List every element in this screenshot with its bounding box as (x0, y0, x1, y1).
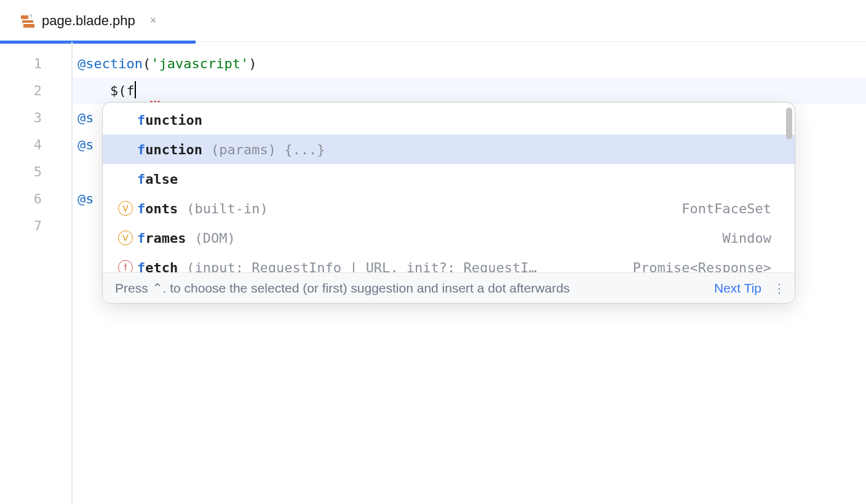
completion-type: Window (723, 230, 782, 246)
gutter: 1 2 3 4 5 6 7 (0, 42, 71, 504)
svg-marker-2 (23, 24, 34, 28)
completion-kind-icon: V (116, 230, 135, 245)
code-line-2[interactable]: $(f (73, 77, 866, 104)
line-number: 4 (0, 132, 71, 159)
autocomplete-item[interactable]: function(params) {...} (103, 135, 795, 164)
line-number: 6 (0, 186, 71, 213)
autocomplete-item[interactable]: Vfonts(built-in)FontFaceSet (103, 194, 795, 223)
autocomplete-item[interactable]: function (103, 105, 795, 135)
code-line-1[interactable]: @section('javascript') (73, 50, 866, 77)
completion-type: Promise<Response> (633, 260, 782, 273)
autocomplete-item[interactable]: Vframes(DOM)Window (103, 223, 795, 253)
close-icon[interactable]: × (148, 13, 159, 28)
line-number: 7 (0, 213, 71, 240)
autocomplete-item[interactable]: ffetch(input: RequestInfo | URL, init?: … (103, 253, 795, 272)
autocomplete-hint: Press ⌃. to choose the selected (or firs… (115, 281, 714, 296)
more-icon[interactable]: ⋮ (773, 281, 785, 296)
completion-kind-icon: f (116, 260, 135, 272)
completion-kind-icon: V (116, 201, 135, 216)
editor-tab[interactable]: page.blade.php × (11, 8, 167, 34)
tab-filename: page.blade.php (42, 13, 135, 29)
scrollbar-thumb[interactable] (786, 108, 792, 140)
svg-marker-0 (21, 15, 28, 19)
completion-type: FontFaceSet (681, 201, 782, 216)
autocomplete-popup: functionfunction(params) {...}falseVfont… (102, 102, 795, 304)
tab-bar: page.blade.php × (0, 0, 866, 42)
autocomplete-item[interactable]: false (103, 164, 795, 194)
svg-marker-1 (22, 20, 33, 23)
autocomplete-footer: Press ⌃. to choose the selected (or firs… (103, 272, 795, 303)
autocomplete-list: functionfunction(params) {...}falseVfont… (103, 103, 795, 272)
next-tip-link[interactable]: Next Tip (714, 281, 761, 296)
line-number: 3 (0, 104, 71, 132)
blade-file-icon (20, 13, 36, 29)
line-number: 2 (0, 77, 71, 104)
line-number: 1 (0, 50, 71, 77)
line-number: 5 (0, 159, 71, 186)
svg-marker-3 (29, 14, 32, 18)
text-caret (135, 81, 136, 98)
